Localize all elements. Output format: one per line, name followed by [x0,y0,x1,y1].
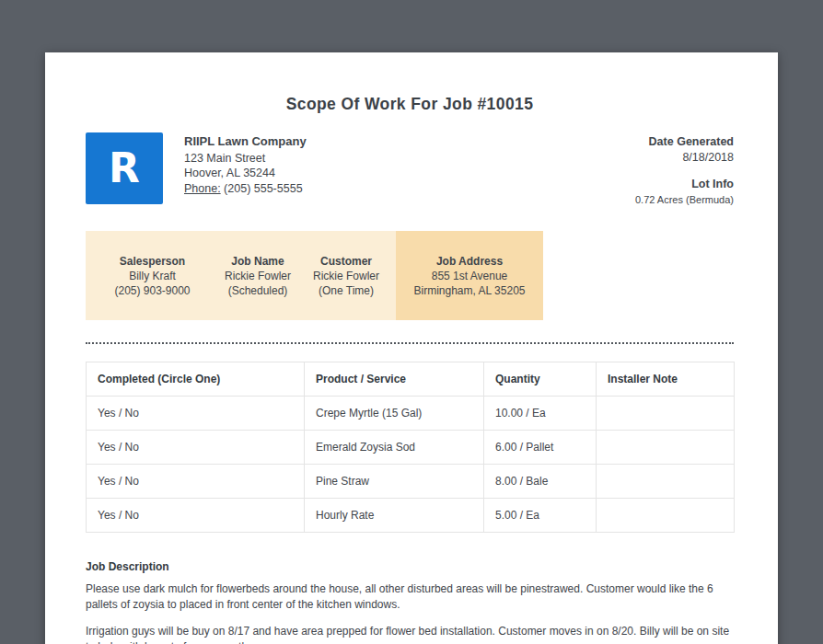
cell-note [597,465,735,499]
cell-note [597,431,735,465]
customer-name: Rickie Fowler [296,269,396,283]
job-info-column-jobname: Job Name Rickie Fowler (Scheduled) [219,231,296,320]
cell-quantity: 5.00 / Ea [484,499,597,533]
work-table-body: Yes / No Crepe Myrtle (15 Gal) 10.00 / E… [87,397,735,533]
work-table-header: Completed (Circle One) Product / Service… [87,362,735,397]
customer-type: (One Time) [296,283,396,298]
table-header-row: Completed (Circle One) Product / Service… [87,362,735,397]
job-description-heading: Job Description [86,560,734,573]
phone-number: (205) 555-5555 [224,182,302,195]
lot-info-label: Lot Info [635,177,734,192]
job-info-column-customer: Customer Rickie Fowler (One Time) [296,231,396,320]
date-generated-value: 8/18/2018 [635,150,734,166]
cell-completed: Yes / No [87,431,305,465]
jobaddress-city: Birmingham, AL 35205 [396,283,543,298]
cell-completed: Yes / No [87,397,305,431]
lot-info-value: 0.72 Acres (Bermuda) [635,192,734,208]
salesperson-phone: (205) 903-9000 [86,283,219,298]
page-title: Scope Of Work For Job #10015 [86,95,734,113]
table-row: Yes / No Pine Straw 8.00 / Bale [87,465,735,499]
cell-quantity: 8.00 / Bale [484,465,597,499]
header-product-service: Product / Service [305,362,484,397]
phone-label: Phone: [184,182,221,195]
date-generated-label: Date Generated [635,134,734,150]
header-quantity: Quantity [484,362,597,397]
document-header: R RIIPL Lawn Company 123 Main Street Hoo… [86,132,734,207]
cell-completed: Yes / No [87,465,305,499]
cell-note [597,499,735,533]
cell-product: Emerald Zoysia Sod [305,431,484,465]
dotted-divider [86,342,734,344]
document-page: Scope Of Work For Job #10015 R RIIPL Law… [45,52,778,644]
viewer-background: Scope Of Work For Job #10015 R RIIPL Law… [0,0,823,644]
header-completed: Completed (Circle One) [87,362,305,397]
salesperson-name: Billy Kraft [86,269,219,283]
work-table: Completed (Circle One) Product / Service… [86,362,735,533]
company-logo: R [86,132,163,204]
jobname-label: Job Name [219,254,296,269]
job-info-column-jobaddress: Job Address 855 1st Avenue Birmingham, A… [396,231,543,320]
job-info-column-salesperson: Salesperson Billy Kraft (205) 903-9000 [86,231,219,320]
header-installer-note: Installer Note [597,362,735,397]
customer-label: Customer [296,254,396,269]
cell-note [597,397,735,431]
cell-product: Crepe Myrtle (15 Gal) [305,397,484,431]
company-address-line1: 123 Main Street [184,151,307,167]
job-description-paragraph-1: Please use dark mulch for flowerbeds aro… [86,581,734,613]
job-info-band: Salesperson Billy Kraft (205) 903-9000 J… [86,231,543,320]
company-address-line2: Hoover, AL 35244 [184,166,307,181]
jobname-status: (Scheduled) [219,283,296,298]
logo-letter: R [109,148,140,189]
cell-quantity: 10.00 / Ea [484,397,597,431]
company-phone-line: Phone: (205) 555-5555 [184,181,307,197]
cell-quantity: 6.00 / Pallet [484,431,597,465]
salesperson-label: Salesperson [86,254,219,269]
cell-product: Pine Straw [305,465,484,499]
meta-info: Date Generated 8/18/2018 Lot Info 0.72 A… [635,132,734,207]
job-description-paragraph-2: Irrigation guys will be buy on 8/17 and … [86,624,734,644]
cell-completed: Yes / No [87,499,305,533]
jobname-value: Rickie Fowler [219,269,296,283]
company-info: RIIPL Lawn Company 123 Main Street Hoove… [184,132,307,207]
table-row: Yes / No Emerald Zoysia Sod 6.00 / Palle… [87,431,735,465]
jobaddress-street: 855 1st Avenue [396,269,543,283]
table-row: Yes / No Crepe Myrtle (15 Gal) 10.00 / E… [87,397,735,431]
company-name: RIIPL Lawn Company [184,134,307,150]
table-row: Yes / No Hourly Rate 5.00 / Ea [87,499,735,533]
cell-product: Hourly Rate [305,499,484,533]
jobaddress-label: Job Address [396,254,543,269]
